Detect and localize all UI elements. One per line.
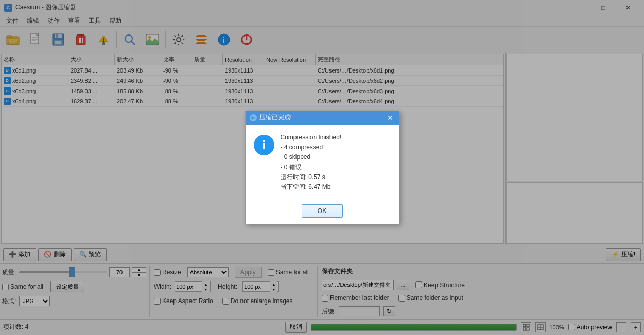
ok-button[interactable]: OK — [302, 204, 343, 218]
compression-dialog: 🐦 压缩已完成! ✕ i Compression finished! - 4 c… — [245, 111, 399, 224]
modal-line-5: 省下空间: 6.47 Mb — [281, 182, 391, 192]
modal-titlebar: 🐦 压缩已完成! ✕ — [246, 111, 399, 125]
modal-title: 压缩已完成! — [259, 113, 292, 122]
modal-title-icon: 🐦 — [250, 114, 257, 121]
info-circle-icon: i — [254, 135, 274, 155]
modal-content: i Compression finished! - 4 compressed -… — [246, 125, 399, 200]
modal-close-button[interactable]: ✕ — [386, 113, 395, 122]
modal-footer: OK — [246, 200, 399, 224]
modal-line-4: 运行时间: 0.57 s. — [281, 172, 391, 182]
modal-text: Compression finished! - 4 compressed - 0… — [281, 133, 391, 192]
modal-line-1: - 4 compressed — [281, 143, 391, 152]
modal-line-3: - 0 错误 — [281, 163, 391, 172]
modal-overlay[interactable]: 🐦 压缩已完成! ✕ i Compression finished! - 4 c… — [0, 0, 644, 335]
modal-message-title: Compression finished! — [281, 133, 391, 143]
modal-line-2: - 0 skipped — [281, 152, 391, 162]
